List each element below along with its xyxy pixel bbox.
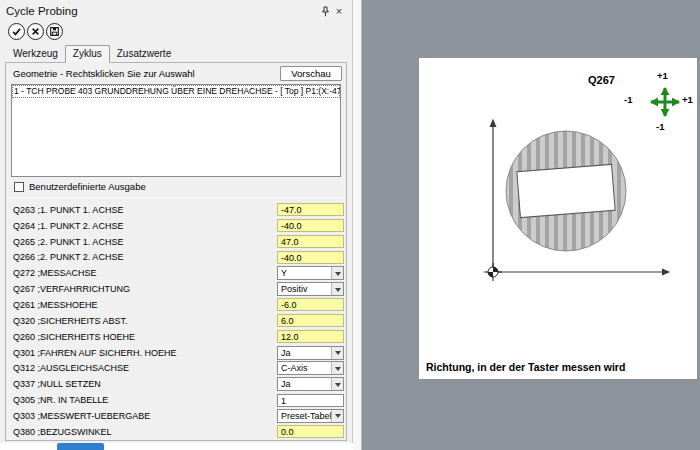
- x-icon: [30, 26, 41, 37]
- param-label: Q261 ;MESSHOEHE: [13, 300, 98, 310]
- q263-input[interactable]: -47.0: [277, 203, 344, 216]
- dialog-scrollbar[interactable]: [353, 0, 362, 450]
- selected-value: Y: [281, 267, 287, 280]
- q320-input[interactable]: 6.0: [277, 314, 344, 327]
- selected-value: Positiv: [281, 283, 308, 296]
- param-row-q261: Q261 ;MESSHOEHE -6.0: [6, 297, 346, 313]
- q264-input[interactable]: -40.0: [277, 219, 344, 232]
- param-label: Q266 ;2. PUNKT 2. ACHSE: [13, 252, 123, 262]
- probing-diagram: [419, 58, 697, 379]
- compass-label-right: +1: [682, 94, 693, 105]
- direction-compass: [651, 88, 679, 116]
- geometry-list-item[interactable]: 1 - TCH PROBE 403 GRUNDDREHUNG ÜBER EINE…: [12, 85, 340, 98]
- q261-input[interactable]: -6.0: [277, 298, 344, 311]
- dialog-toolbar: [8, 23, 63, 40]
- param-row-q265: Q265 ;2. PUNKT 1. ACHSE 47.0: [6, 234, 346, 250]
- param-label: Q264 ;1. PUNKT 2. ACHSE: [13, 221, 123, 231]
- q301-select[interactable]: Ja: [277, 346, 344, 360]
- pin-icon[interactable]: [318, 4, 332, 18]
- param-row-q264: Q264 ;1. PUNKT 2. ACHSE -40.0: [6, 218, 346, 234]
- bottom-strip: [0, 443, 353, 450]
- param-label: Q380 ;BEZUGSWINKEL: [13, 427, 112, 437]
- q337-select[interactable]: Ja: [277, 377, 344, 391]
- q260-input[interactable]: 12.0: [277, 330, 344, 343]
- param-row-q260: Q260 ;SICHERHEITS HOEHE 12.0: [6, 329, 346, 345]
- geometry-header: Geometrie - Rechtsklicken Sie zur Auswah…: [13, 66, 342, 81]
- q266-input[interactable]: -40.0: [277, 251, 344, 264]
- param-row-q263: Q263 ;1. PUNKT 1. ACHSE -47.0: [6, 202, 346, 218]
- param-row-q266: Q266 ;2. PUNKT 2. ACHSE -40.0: [6, 250, 346, 266]
- chevron-down-icon: [331, 283, 343, 295]
- divider: [8, 198, 344, 199]
- chevron-down-icon: [331, 347, 343, 359]
- dialog-title: Cycle Probing: [6, 5, 318, 17]
- chevron-down-icon: [331, 267, 343, 279]
- param-label: Q303 ;MESSWERT-UEBERGABE: [13, 411, 150, 421]
- chevron-down-icon: [331, 378, 343, 390]
- background-window-button[interactable]: [57, 443, 104, 450]
- origin-marker: [484, 263, 502, 281]
- param-label: Q267 ;VERFAHRRICHTUNG: [13, 284, 130, 294]
- selected-value: C-Axis: [281, 362, 308, 375]
- compass-label-bottom: -1: [656, 121, 664, 132]
- parameter-list: Q263 ;1. PUNKT 1. ACHSE -47.0 Q264 ;1. P…: [6, 202, 346, 440]
- vorschau-button[interactable]: Vorschau: [280, 66, 342, 81]
- param-row-q312: Q312 ;AUSGLEICHSACHSE C-Axis: [6, 360, 346, 376]
- q303-select[interactable]: Preset-Tabelle: [277, 409, 344, 423]
- param-label: Q265 ;2. PUNKT 1. ACHSE: [13, 237, 123, 247]
- close-icon[interactable]: ×: [332, 4, 346, 18]
- custom-output-row: Benutzerdefinierte Ausgabe: [14, 181, 146, 192]
- cancel-button[interactable]: [27, 23, 44, 40]
- param-row-q380: Q380 ;BEZUGSWINKEL 0.0: [6, 424, 346, 440]
- selected-value: Ja: [281, 347, 291, 360]
- dialog-titlebar: Cycle Probing ×: [0, 0, 352, 22]
- diagram-panel: Q267 +1 -1 +1 -1 Richtung, in der der Ta…: [418, 57, 698, 380]
- q272-select[interactable]: Y: [277, 266, 344, 280]
- param-label: Q260 ;SICHERHEITS HOEHE: [13, 332, 135, 342]
- param-row-q272: Q272 ;MESSACHSE Y: [6, 265, 346, 281]
- param-row-q303: Q303 ;MESSWERT-UEBERGABE Preset-Tabelle: [6, 408, 346, 424]
- probed-rectangle: [517, 164, 615, 217]
- tab-zyklus[interactable]: Zyklus: [65, 45, 110, 63]
- param-row-q320: Q320 ;SICHERHEITS ABST. 6.0: [6, 313, 346, 329]
- q267-select[interactable]: Positiv: [277, 282, 344, 296]
- q305-input[interactable]: 1: [277, 394, 344, 407]
- compass-label-left: -1: [624, 94, 632, 105]
- param-row-q305: Q305 ;NR. IN TABELLE 1: [6, 392, 346, 408]
- cycle-probing-dialog: Cycle Probing × Werkzeug Zyklus Zusatzwe…: [0, 0, 353, 450]
- param-label: Q263 ;1. PUNKT 1. ACHSE: [13, 205, 123, 215]
- q380-input[interactable]: 0.0: [277, 425, 344, 438]
- save-icon: [49, 26, 60, 37]
- param-row-q337: Q337 ;NULL SETZEN Ja: [6, 376, 346, 392]
- param-label: Q312 ;AUSGLEICHSACHSE: [13, 363, 129, 373]
- ok-button[interactable]: [8, 23, 25, 40]
- tab-zusatzwerte[interactable]: Zusatzwerte: [110, 46, 178, 62]
- q265-input[interactable]: 47.0: [277, 235, 344, 248]
- q267-diagram-label: Q267: [588, 74, 615, 86]
- selected-value: Ja: [281, 378, 291, 391]
- check-icon: [11, 26, 22, 37]
- param-label: Q320 ;SICHERHEITS ABST.: [13, 316, 128, 326]
- geometry-header-label: Geometrie - Rechtsklicken Sie zur Auswah…: [13, 68, 195, 79]
- param-label: Q337 ;NULL SETZEN: [13, 379, 101, 389]
- chevron-down-icon: [331, 362, 343, 374]
- geometry-listbox[interactable]: 1 - TCH PROBE 403 GRUNDDREHUNG ÜBER EINE…: [11, 84, 341, 177]
- param-label: Q301 ;FAHREN AUF SICHERH. HOEHE: [13, 348, 177, 358]
- param-row-q267: Q267 ;VERFAHRRICHTUNG Positiv: [6, 281, 346, 297]
- save-button[interactable]: [46, 23, 63, 40]
- q312-select[interactable]: C-Axis: [277, 361, 344, 375]
- diagram-caption: Richtung, in der der Taster messen wird: [426, 361, 625, 373]
- selected-value: Preset-Tabelle: [281, 410, 339, 423]
- tab-werkzeug[interactable]: Werkzeug: [6, 46, 65, 62]
- custom-output-label: Benutzerdefinierte Ausgabe: [29, 181, 146, 192]
- compass-label-top: +1: [657, 70, 668, 81]
- param-row-q301: Q301 ;FAHREN AUF SICHERH. HOEHE Ja: [6, 345, 346, 361]
- dialog-tabs: Werkzeug Zyklus Zusatzwerte: [6, 46, 178, 62]
- chevron-down-icon: [331, 410, 343, 422]
- zyklus-panel: Geometrie - Rechtsklicken Sie zur Auswah…: [5, 62, 347, 441]
- param-label: Q272 ;MESSACHSE: [13, 268, 97, 278]
- param-label: Q305 ;NR. IN TABELLE: [13, 395, 108, 405]
- custom-output-checkbox[interactable]: [14, 182, 24, 192]
